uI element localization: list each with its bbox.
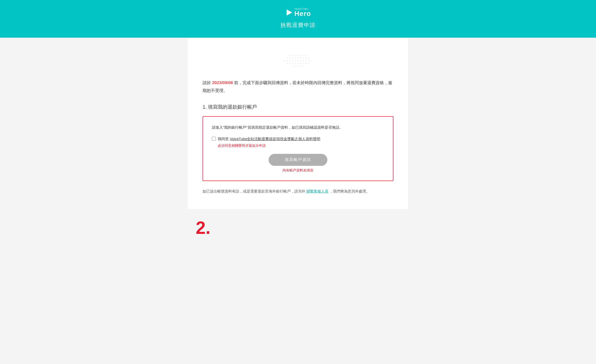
- step2-number: 2.: [196, 219, 210, 237]
- privacy-link[interactable]: VoiceTube全站活動退費或提領現金獎勵之個人資料聲明: [230, 137, 320, 141]
- page-title: 挑戰退費申請: [280, 22, 316, 29]
- bottom-note-suffix: ，我們將為您另外處理。: [329, 189, 370, 193]
- checkbox-agree-text: 我同意: [218, 137, 229, 141]
- watermark-area: [203, 47, 393, 79]
- bottom-note: 如已送出帳號資料有誤，或是需要退款至海外銀行帳戶，請另外 聯繫客服人員 ，我們將…: [203, 188, 393, 194]
- submit-hint: 尚有帳戶資料未填寫: [283, 168, 313, 173]
- play-icon: [285, 9, 293, 16]
- checkbox-label[interactable]: 我同意 VoiceTube全站活動退費或提領現金獎勵之個人資料聲明: [218, 136, 321, 142]
- logo-text: VoiceTube Hero: [294, 8, 311, 17]
- form-instruction: 請進入"我的銀行帳戶"頁填寫指定退款帳戶資料，如已填寫請確認資料是否無誤。: [212, 125, 384, 130]
- deadline-date: 2023/09/08: [212, 80, 233, 85]
- logo-hero-label: Hero: [294, 10, 311, 17]
- deadline-prefix: 請於: [203, 80, 211, 85]
- contact-link[interactable]: 聯繫客服人員: [306, 189, 328, 193]
- section1-title: 1. 填寫我的退款銀行帳戶: [203, 104, 393, 110]
- submit-area: 填寫帳戶資訊 尚有帳戶資料未填寫: [212, 154, 384, 173]
- deadline-notice: 請於 2023/09/08 前，完成下面步驟與回傳資料，若未於時限內回傳完整資料…: [203, 79, 393, 95]
- agreement-checkbox[interactable]: [212, 137, 216, 141]
- step2-container: 2. 請進入"我的銀行帳戶"頁填寫指定退款帳戶資料，如已填寫請確認資料是否無誤。…: [203, 116, 393, 181]
- checkbox-row: 我同意 VoiceTube全站活動退費或提領現金獎勵之個人資料聲明: [212, 136, 384, 142]
- watermark-dots: [284, 52, 312, 72]
- main-card: 請於 2023/09/08 前，完成下面步驟與回傳資料，若未於時限內回傳完整資料…: [188, 38, 408, 209]
- form-box: 請進入"我的銀行帳戶"頁填寫指定退款帳戶資料，如已填寫請確認資料是否無誤。 我同…: [203, 116, 393, 181]
- warning-text: 必須同意相關聲明才能送出申請: [218, 144, 384, 148]
- bottom-note-prefix: 如已送出帳號資料有誤，或是需要退款至海外銀行帳戶，請另外: [203, 189, 305, 193]
- page-header: VoiceTube Hero 挑戰退費申請: [0, 0, 596, 38]
- logo: VoiceTube Hero: [285, 8, 311, 17]
- submit-button[interactable]: 填寫帳戶資訊: [269, 154, 327, 166]
- svg-marker-0: [287, 9, 292, 16]
